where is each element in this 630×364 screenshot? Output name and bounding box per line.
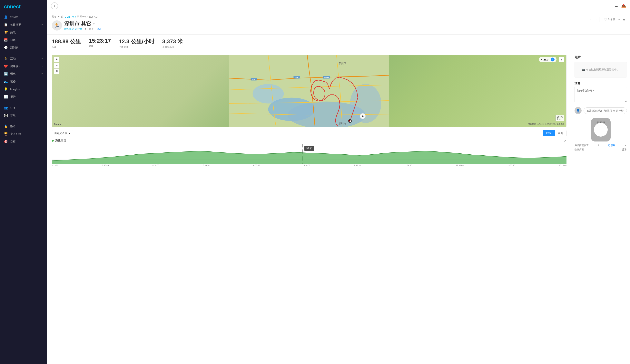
map-copyright: 地图数据 ©2022 GS(2011)6020 使用条款: [528, 123, 564, 125]
temp-value: 26.7°: [543, 58, 550, 61]
zoom-out-button[interactable]: −: [54, 63, 60, 68]
sidebar: cnnect 👤 控制台 ▼ 📋 每日摘要 ▼ 🏆 挑战 📅 日历 💬 新消息 …: [0, 0, 47, 364]
sidebar-item-label: 控制台: [10, 15, 18, 19]
time-label: 时间: [89, 44, 111, 48]
comment-input[interactable]: [584, 107, 627, 114]
speed-value: 12.3 公里/小时: [119, 38, 154, 45]
sidebar-item-messages[interactable]: 💬 新消息: [0, 44, 47, 51]
edit-activity-icon[interactable]: ✏: [618, 18, 620, 21]
activity-type-dropdown[interactable]: ▼: [84, 28, 87, 30]
elevation-header: 海拔高度 ⤢: [52, 139, 566, 143]
dropdown-icon: ▼: [68, 132, 71, 135]
custom-chart-button[interactable]: 自定义图表 ▼: [52, 130, 73, 136]
sidebar-item-label: 报告: [10, 95, 16, 99]
badges-icon: 🏅: [4, 125, 8, 128]
google-label: Google: [54, 123, 61, 125]
time-value: 15:23:17: [89, 38, 111, 44]
gear-label: 装备:: [89, 27, 94, 30]
sidebar-item-health-stats[interactable]: ❤️ 健康统计 ▼: [0, 62, 47, 70]
equipment-icon: 👟: [4, 80, 8, 83]
zoom-in-button[interactable]: +: [54, 57, 60, 62]
map-container[interactable]: G94 G94 G9411: [52, 55, 566, 127]
time-button[interactable]: 时间: [543, 130, 555, 136]
meta-dropdown-icon[interactable]: ▼: [58, 15, 60, 18]
activity-sub: 活动类型: 未分类 ▼ 装备: 添加: [64, 27, 102, 30]
sidebar-item-daily-summary[interactable]: 📋 每日摘要 ▼: [0, 21, 47, 28]
x-label-3: 5:33:20: [203, 164, 209, 167]
sidebar-item-reports[interactable]: 📊 报告: [0, 93, 47, 101]
side-panel: 照片 📷 单击以将照片添加至活动中。 注释 👤 GARMIN: [571, 52, 630, 364]
layers-button[interactable]: ⊞: [54, 68, 60, 74]
chevron-down-icon: ▼: [41, 16, 43, 18]
health-icon: ❤️: [4, 64, 8, 68]
data-summary-row: 数据摘要: 原本: [574, 148, 627, 151]
sidebar-item-label: 徽章: [10, 125, 16, 128]
divider: [0, 53, 47, 53]
star-icon[interactable]: ★: [622, 18, 625, 21]
sidebar-item-badges[interactable]: 🏅 徽章: [0, 123, 47, 130]
edit-title-icon[interactable]: ✏: [93, 22, 95, 25]
insights-icon: 💡: [4, 87, 8, 91]
inbox-icon[interactable]: 📥: [621, 3, 626, 8]
stat-speed: 12.3 公里/小时 平均速度: [119, 38, 154, 49]
map-svg: G94 G94 G9411: [52, 55, 566, 127]
messages-icon: 💬: [4, 46, 8, 49]
calendar-icon: 📅: [4, 38, 8, 42]
sidebar-item-challenges[interactable]: 🏆 挑战: [0, 28, 47, 36]
sidebar-item-calendar[interactable]: 📅 日历: [0, 36, 47, 44]
sidebar-item-activities[interactable]: 🏃 活动 ▼: [0, 55, 47, 62]
chevron-down-icon: ▼: [41, 65, 43, 67]
back-button[interactable]: ‹: [51, 2, 58, 9]
sidebar-item-training[interactable]: 🔄 训练 ▼: [0, 70, 47, 78]
expand-chart-button[interactable]: ⤢: [564, 139, 566, 143]
data-summary-value: 原本: [622, 148, 627, 151]
scale-mi: 5 mi: [557, 118, 562, 120]
map-background: G94 G94 G9411: [52, 55, 566, 127]
distance-button[interactable]: 距离: [555, 130, 566, 136]
elevation-chart-label: 海拔高度: [55, 139, 66, 143]
sidebar-item-records[interactable]: 🏆 个人纪录: [0, 130, 47, 138]
add-gear-link[interactable]: 添加: [97, 27, 102, 30]
sidebar-item-label: Insights: [10, 88, 20, 91]
svg-point-12: [348, 120, 350, 122]
sidebar-item-label: 新消息: [10, 46, 18, 49]
custom-chart-label: 自定义图表: [54, 132, 67, 135]
altitude-dropdown[interactable]: ▼: [624, 144, 627, 147]
comment-avatar: 👤: [574, 107, 582, 114]
left-arrow-icon: ◂: [541, 58, 542, 61]
cloud-icon[interactable]: ☁: [614, 3, 618, 8]
sidebar-item-groups[interactable]: 👨‍👩‍👧‍👦 群组: [0, 112, 47, 119]
sidebar-item-insights[interactable]: 💡 Insights: [0, 85, 47, 93]
sidebar-item-equipment[interactable]: 👟 装备: [0, 78, 47, 85]
map-expand-button[interactable]: ⤢: [559, 57, 564, 62]
notes-input[interactable]: [574, 87, 627, 102]
stat-time: 15:23:17 时间: [89, 38, 111, 49]
chart-x-labels: 1:23:20 2:46:40 4:10:00 5:33:20 6:56:40 …: [52, 164, 566, 167]
content-area: G94 G94 G9411: [47, 52, 630, 364]
info-icon[interactable]: ℹ: [598, 144, 599, 147]
sidebar-item-dashboard[interactable]: 👤 控制台 ▼: [0, 13, 47, 21]
page-title: 深圳市 其它: [64, 20, 91, 27]
stat-elevation: 3,373 米 总攀爬高度: [162, 38, 183, 49]
meta-user-link[interactable]: GERRYYJ: [65, 15, 76, 18]
prev-activity-button[interactable]: ‹: [588, 17, 593, 22]
next-activity-button[interactable]: ›: [594, 17, 600, 22]
chart-svg: [52, 144, 566, 164]
topbar: ‹ ☁ 📥: [47, 0, 630, 12]
activity-type-label[interactable]: 活动类型: 未分类: [64, 27, 82, 30]
like-button[interactable]: ♡: [604, 18, 607, 21]
x-label-7: 11:06:40: [404, 164, 412, 167]
chevron-down-icon: ▼: [41, 57, 43, 60]
sidebar-item-label: 日历: [10, 38, 16, 42]
likes-row: ♡ 0 个赞: [604, 18, 615, 21]
photo-upload-area[interactable]: 📷 单击以将照片添加至活动中。: [574, 62, 627, 77]
stats-row: 188.88 公里 距离 15:23:17 时间 12.3 公里/小时 平均速度…: [47, 35, 630, 52]
sidebar-item-goals[interactable]: 🎯 目标: [0, 138, 47, 145]
watch-label: GARMIN: [596, 121, 605, 123]
sidebar-item-friends[interactable]: 👥 好友: [0, 104, 47, 112]
svg-text:G9411: G9411: [324, 76, 329, 78]
device-info: 海拔高度修正 ℹ 已启用 ▼ 数据摘要: 原本: [574, 144, 627, 151]
divider: [0, 102, 47, 102]
device-section: GARMIN 海拔高度修正 ℹ 已启用 ▼ 数据摘要: 原本: [574, 118, 627, 151]
chevron-down-icon: ▼: [41, 73, 43, 75]
